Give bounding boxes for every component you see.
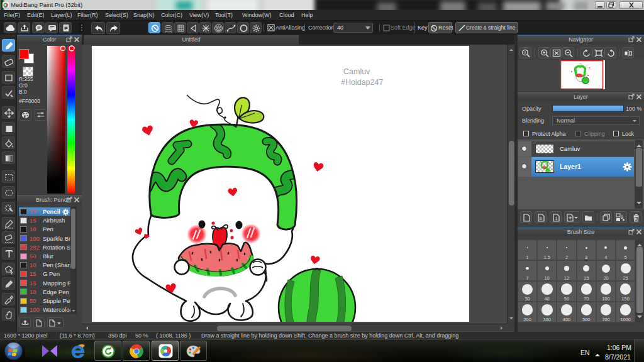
svg-text:1: 1 — [555, 216, 557, 221]
svg-text:8: 8 — [539, 216, 541, 221]
svg-text:Camluv: Camluv — [343, 67, 370, 76]
svg-text:#Hoidap247: #Hoidap247 — [341, 78, 383, 87]
